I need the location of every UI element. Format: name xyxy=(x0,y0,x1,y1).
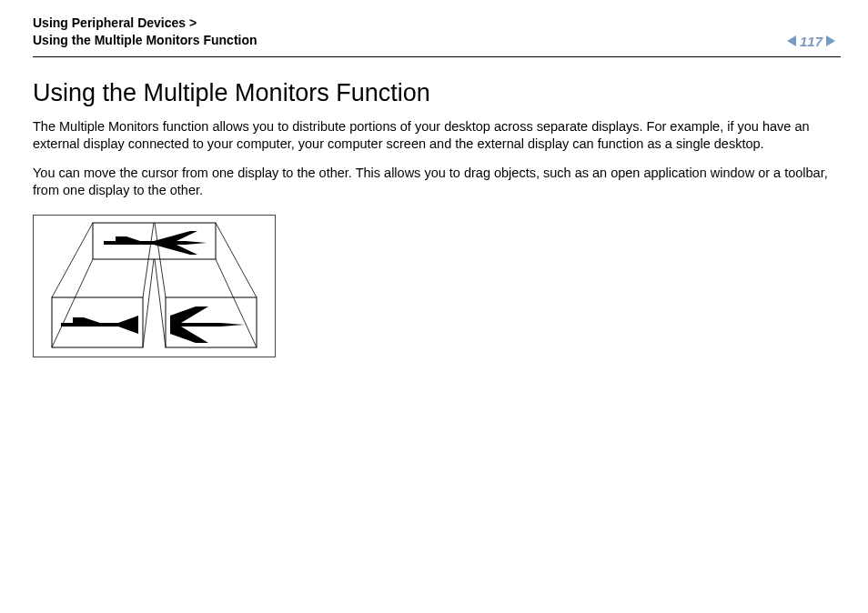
prev-page-icon[interactable] xyxy=(787,35,796,46)
svg-line-8 xyxy=(155,259,166,347)
breadcrumb-separator: > xyxy=(189,15,197,30)
multiple-monitors-diagram xyxy=(33,215,276,357)
page-number: 117 xyxy=(800,34,823,49)
breadcrumb: Using Peripheral Devices > Using the Mul… xyxy=(33,15,257,49)
svg-line-6 xyxy=(143,259,154,347)
page-header: Using Peripheral Devices > Using the Mul… xyxy=(0,0,868,56)
page-content: Using the Multiple Monitors Function The… xyxy=(0,57,868,357)
document-page: Using Peripheral Devices > Using the Mul… xyxy=(0,0,868,613)
page-navigator: 117 xyxy=(787,34,835,49)
svg-line-9 xyxy=(216,223,257,297)
page-title: Using the Multiple Monitors Function xyxy=(33,79,835,107)
svg-line-3 xyxy=(52,223,93,297)
diagram-svg xyxy=(34,216,275,357)
breadcrumb-parent: Using Peripheral Devices xyxy=(33,15,186,30)
next-page-icon[interactable] xyxy=(826,35,835,46)
body-paragraph: You can move the cursor from one display… xyxy=(33,165,835,200)
body-paragraph: The Multiple Monitors function allows yo… xyxy=(33,118,835,154)
breadcrumb-current: Using the Multiple Monitors Function xyxy=(33,33,257,47)
